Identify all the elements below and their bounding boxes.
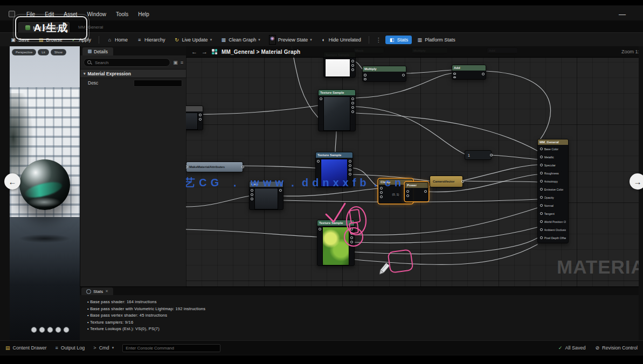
node-pin[interactable]: [199, 114, 202, 116]
node-pin[interactable]: [351, 102, 354, 104]
node-pin[interactable]: [364, 78, 367, 81]
close-icon[interactable]: ✕: [105, 289, 108, 293]
node-pin[interactable]: [540, 236, 543, 239]
node-pin[interactable]: [186, 166, 188, 169]
node-pin[interactable]: [540, 220, 543, 223]
menu-tools[interactable]: Tools: [111, 10, 133, 19]
stats-tab[interactable]: Stats ✕: [81, 288, 113, 295]
node-pin[interactable]: [351, 97, 354, 100]
breadcrumb[interactable]: MM_General > Material Graph: [222, 49, 300, 55]
details-section-header[interactable]: ▾ Material Expression: [80, 69, 186, 78]
material-graph-canvas[interactable]: MATERIAL MaskMultiplyAddTexture SampleMu…: [186, 46, 639, 286]
node-pin[interactable]: [350, 236, 353, 239]
node-pin[interactable]: [351, 68, 354, 71]
node-pin[interactable]: [349, 160, 351, 163]
node-pin[interactable]: [540, 196, 543, 199]
graph-node-cameravector[interactable]: CameraVector: [430, 176, 463, 187]
graph-node-texture-sample[interactable]: Texture Sample: [318, 89, 356, 131]
node-pin[interactable]: [199, 118, 202, 121]
node-pin[interactable]: [251, 198, 253, 200]
node-pin[interactable]: [319, 228, 321, 230]
settings-icon[interactable]: ≡: [181, 60, 183, 65]
node-pin[interactable]: [320, 97, 322, 100]
details-search-input[interactable]: [94, 60, 167, 66]
node-pin[interactable]: [350, 241, 353, 243]
node-pin[interactable]: [540, 212, 543, 215]
viewport-control-perspective[interactable]: Perspective: [12, 49, 36, 55]
node-pin[interactable]: [453, 73, 456, 75]
node-pin[interactable]: [380, 195, 383, 198]
toolbar-live-update-button[interactable]: ↻Live Update▾: [170, 36, 216, 44]
toolbar-hierarchy-button[interactable]: ≡Hierarchy: [133, 36, 169, 44]
node-pin[interactable]: [540, 164, 543, 166]
toolbar-clean-graph-button[interactable]: ▦Clean Graph▾: [217, 36, 264, 44]
viewport-option-dot[interactable]: [39, 327, 45, 333]
graph-node-add[interactable]: Add: [452, 65, 486, 80]
toolbar-overflow-menu[interactable]: ⋮: [373, 37, 384, 44]
graph-node-unnamed[interactable]: [186, 106, 203, 130]
menu-window[interactable]: Window: [82, 10, 111, 19]
node-pin[interactable]: [380, 191, 383, 194]
viewport-option-dot[interactable]: [56, 327, 61, 333]
toolbar-preview-state-button[interactable]: ◉Preview State▾: [265, 33, 316, 46]
graph-node-texture-sample[interactable]: Texture Sample: [317, 220, 355, 266]
node-pin[interactable]: [350, 228, 353, 230]
details-search-box[interactable]: [84, 58, 170, 67]
node-pin[interactable]: [540, 228, 543, 231]
node-pin[interactable]: [540, 180, 543, 183]
viewport-option-dot[interactable]: [64, 327, 70, 333]
node-pin[interactable]: [406, 194, 409, 197]
graph-node-1[interactable]: 1: [465, 150, 492, 160]
node-pin[interactable]: [540, 148, 543, 150]
node-pin[interactable]: [317, 160, 320, 163]
graph-node-power[interactable]: Power: [405, 182, 428, 201]
node-pin[interactable]: [241, 166, 244, 169]
toolbar-home-button[interactable]: ⌂Home: [103, 36, 132, 44]
viewport-option-dot[interactable]: [31, 327, 37, 333]
node-pin[interactable]: [351, 60, 354, 62]
node-pin[interactable]: [364, 74, 367, 76]
graph-node-material-result[interactable]: MM_GeneralBase ColorMetallicSpecularRoug…: [537, 139, 569, 243]
node-pin[interactable]: [540, 172, 543, 174]
toolbar-hide-unrelated-button[interactable]: ◐Hide Unrelated: [317, 36, 365, 44]
node-pin[interactable]: [349, 164, 351, 167]
material-preview-viewport[interactable]: PerspectiveLitShow: [10, 46, 80, 340]
carousel-next-button[interactable]: →: [630, 173, 643, 190]
viewport-control-lit[interactable]: Lit: [38, 49, 49, 55]
menu-help[interactable]: Help: [133, 10, 154, 19]
statusbar-content-drawer[interactable]: ▤Content Drawer: [5, 345, 47, 351]
node-pin[interactable]: [402, 74, 405, 76]
node-pin[interactable]: [461, 180, 464, 183]
node-pin[interactable]: [540, 188, 543, 191]
node-pin[interactable]: [453, 76, 456, 79]
node-pin[interactable]: [350, 232, 353, 235]
node-pin[interactable]: [540, 204, 543, 207]
statusbar-cmd[interactable]: >Cmd▾: [93, 345, 114, 351]
toolbar-platform-stats-button[interactable]: ▥Platform Stats: [413, 36, 459, 44]
node-pin[interactable]: [490, 154, 493, 157]
node-pin[interactable]: [540, 156, 543, 158]
node-pin[interactable]: [351, 106, 354, 109]
statusbar-all-saved[interactable]: ✓All Saved: [558, 345, 586, 351]
node-pin[interactable]: [251, 193, 253, 196]
graph-node-multiply[interactable]: Multiply: [362, 66, 406, 82]
toolbar-stats-button[interactable]: ◧Stats: [385, 36, 412, 44]
node-pin[interactable]: [351, 64, 354, 67]
grid-view-icon[interactable]: ▣: [173, 60, 178, 65]
viewport-control-show[interactable]: Show: [51, 49, 66, 55]
carousel-prev-button[interactable]: ←: [4, 173, 20, 190]
node-pin[interactable]: [424, 190, 427, 193]
minimize-button[interactable]: —: [619, 10, 634, 18]
back-arrow-icon[interactable]: ←: [191, 48, 197, 55]
node-pin[interactable]: [351, 110, 354, 113]
statusbar-revision-control[interactable]: ⊘Revision Control: [595, 345, 638, 351]
console-command-input[interactable]: [122, 344, 220, 352]
node-pin[interactable]: [482, 73, 485, 75]
forward-arrow-icon[interactable]: →: [202, 48, 208, 55]
node-pin[interactable]: [349, 169, 351, 171]
details-tab[interactable]: Details: [82, 47, 113, 55]
node-pin[interactable]: [406, 190, 409, 193]
viewport-option-dot[interactable]: [47, 327, 53, 333]
details-row-value-input[interactable]: [134, 80, 182, 87]
statusbar-output-log[interactable]: ≡Output Log: [56, 345, 85, 351]
